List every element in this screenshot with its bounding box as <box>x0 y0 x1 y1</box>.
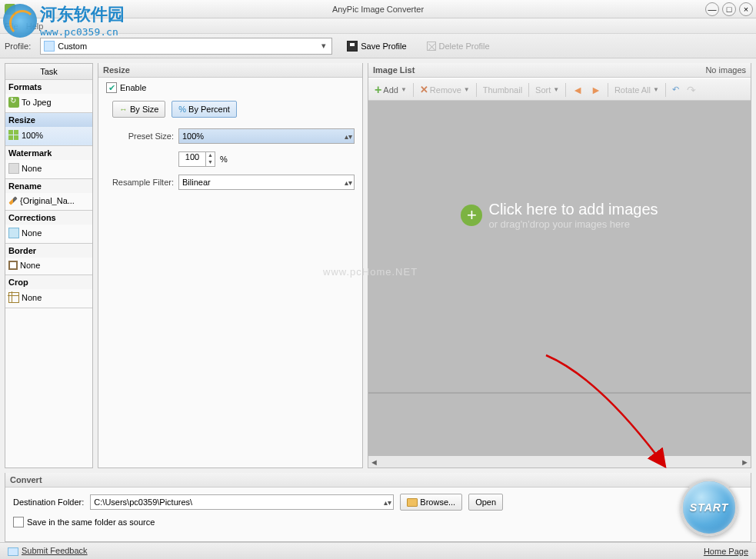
preset-size-combo[interactable]: 100%▴▾ <box>178 128 355 144</box>
same-folder-checkbox[interactable]: ✔ <box>13 517 24 527</box>
border-icon <box>8 261 18 270</box>
task-border-label: Border <box>5 244 92 258</box>
task-formats-label: Formats <box>5 80 92 94</box>
chevron-down-icon: ▼ <box>464 86 470 93</box>
profile-value: Custom <box>58 42 87 51</box>
spin-up-icon[interactable]: ▲ <box>206 152 215 159</box>
task-crop-label: Crop <box>5 275 92 289</box>
task-rename[interactable]: Rename {Original_Na... <box>5 179 92 211</box>
next-button[interactable]: ► <box>588 82 604 98</box>
undo-icon: ↶ <box>672 85 679 95</box>
enable-label: Enable <box>120 83 146 92</box>
prev-button[interactable]: ◄ <box>569 82 586 98</box>
remove-button: ✕Remove▼ <box>417 82 473 97</box>
task-resize-value: 100% <box>22 131 43 140</box>
chevron-updown-icon: ▴▾ <box>345 132 352 141</box>
browse-button[interactable]: Browse... <box>400 494 462 511</box>
task-panel: Task Formats To Jpeg Resize 100% Waterma… <box>5 63 93 468</box>
add-button[interactable]: +Add▼ <box>371 82 410 98</box>
enable-checkbox[interactable]: ✔ <box>106 82 117 93</box>
document-icon <box>44 41 55 52</box>
task-corrections-value: None <box>22 228 42 238</box>
submit-feedback-link[interactable]: Submit Feedback <box>22 546 88 555</box>
drop-title: Click here to add images <box>488 201 658 218</box>
task-resize[interactable]: Resize 100% <box>5 113 92 146</box>
chevron-down-icon: ▼ <box>553 86 559 93</box>
task-border-value: None <box>20 261 40 270</box>
task-border[interactable]: Border None <box>5 244 92 275</box>
drop-subtitle: or drag'n'drop your images here <box>488 218 658 230</box>
profile-toolbar: Profile: Custom ▾ Save Profile Delete Pr… <box>0 34 756 58</box>
x-icon: ✕ <box>420 84 428 95</box>
profile-combo[interactable]: Custom ▾ <box>40 38 332 55</box>
chevron-down-icon: ▾ <box>318 41 330 51</box>
open-label: Open <box>475 497 496 507</box>
resize-icon <box>8 130 19 141</box>
chevron-down-icon: ▼ <box>401 86 407 93</box>
resample-filter-label: Resample Filter: <box>106 178 174 187</box>
close-button[interactable]: × <box>739 2 753 16</box>
resize-group: Resize ✔ Enable ↔By Size %By Percent Pre… <box>98 63 363 468</box>
minimize-button[interactable]: — <box>705 2 719 16</box>
task-crop[interactable]: Crop None <box>5 275 92 308</box>
menu-file[interactable]: File <box>5 22 18 31</box>
destination-combo[interactable]: C:\Users\pc0359\Pictures\▴▾ <box>90 494 394 510</box>
start-button[interactable]: START <box>681 479 738 536</box>
resample-filter-value: Bilinear <box>182 178 211 187</box>
menu-help[interactable]: Help <box>26 22 44 31</box>
undo-button[interactable]: ↶ <box>669 83 682 96</box>
image-drop-area[interactable]: + Click here to add images or drag'n'dro… <box>368 101 751 467</box>
add-plus-icon: + <box>461 205 482 226</box>
feedback-icon <box>8 547 18 556</box>
horizontal-scrollbar[interactable]: ◄► <box>368 455 751 467</box>
open-button[interactable]: Open <box>468 494 503 511</box>
delete-icon <box>427 42 436 51</box>
arrow-left-icon: ◄ <box>572 84 583 96</box>
save-profile-button[interactable]: Save Profile <box>341 38 411 55</box>
preset-size-value: 100% <box>182 131 204 141</box>
save-icon <box>347 41 358 52</box>
sort-label: Sort <box>535 85 551 95</box>
spin-down-icon[interactable]: ▼ <box>206 159 215 166</box>
arrow-right-icon: ► <box>591 84 601 96</box>
task-header: Task <box>5 64 92 80</box>
task-formats[interactable]: Formats To Jpeg <box>5 80 92 113</box>
percent-spinner[interactable]: 100 ▲▼ <box>178 151 215 167</box>
menubar: File Help <box>0 18 756 34</box>
maximize-button[interactable]: □ <box>722 2 736 16</box>
delete-profile-button: Delete Profile <box>421 38 495 54</box>
chevron-updown-icon: ▴▾ <box>384 498 391 507</box>
home-page-link[interactable]: Home Page <box>704 547 748 556</box>
percent-suffix: % <box>220 155 228 164</box>
titlebar: AnyPic Image Converter — □ × <box>0 0 756 18</box>
task-corrections[interactable]: Corrections None <box>5 211 92 244</box>
task-formats-value: To Jpeg <box>22 98 52 107</box>
by-size-label: By Size <box>130 105 158 114</box>
task-crop-value: None <box>22 293 42 302</box>
crop-icon <box>8 292 19 303</box>
preset-size-label: Preset Size: <box>106 131 174 141</box>
thumbnail-label: Thumbnail <box>483 85 522 95</box>
by-size-button[interactable]: ↔By Size <box>112 101 165 118</box>
image-list-group: Image ListNo images +Add▼ ✕Remove▼ Thumb… <box>368 63 751 468</box>
image-list-title: Image List <box>373 65 415 75</box>
convert-group: Convert Destination Folder: C:\Users\pc0… <box>5 473 751 542</box>
destination-value: C:\Users\pc0359\Pictures\ <box>94 497 192 507</box>
add-label: Add <box>383 85 398 95</box>
jpeg-icon <box>8 97 19 108</box>
destination-label: Destination Folder: <box>13 497 84 507</box>
task-corrections-label: Corrections <box>5 211 92 225</box>
task-watermark[interactable]: Watermark None <box>5 146 92 179</box>
redo-icon: ↷ <box>687 84 696 96</box>
image-list-status: No images <box>705 65 746 75</box>
task-rename-value: {Original_Na... <box>20 196 75 205</box>
picture-icon <box>8 228 19 238</box>
redo-button: ↷ <box>684 82 699 98</box>
task-resize-label: Resize <box>5 113 92 127</box>
by-percent-button[interactable]: %By Percent <box>172 101 237 118</box>
plus-icon: + <box>375 83 381 97</box>
resample-filter-combo[interactable]: Bilinear▴▾ <box>178 175 355 190</box>
percent-value: 100 <box>185 152 199 161</box>
folder-icon <box>407 498 418 507</box>
chevron-down-icon: ▼ <box>653 86 659 93</box>
